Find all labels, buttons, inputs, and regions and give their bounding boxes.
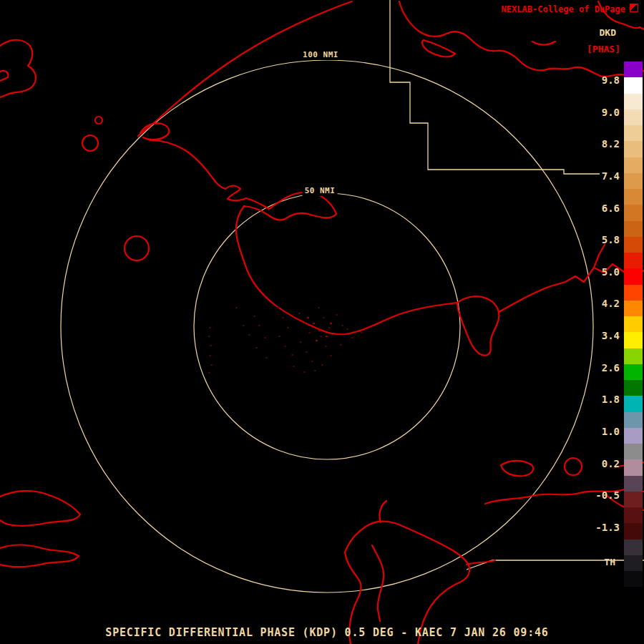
colorbar-segment <box>624 571 643 587</box>
nexlab-logo-icon <box>630 4 638 12</box>
colorbar-tick-label: 8.2 <box>602 140 620 149</box>
colorbar-segment <box>624 507 643 523</box>
range-rings <box>61 60 593 592</box>
colorbar-segment <box>624 94 643 109</box>
brand-title: NEXLAB-College of DuPage <box>502 4 625 14</box>
colorbar-tick-label: -1.3 <box>595 523 620 532</box>
colorbar-segment <box>624 221 643 237</box>
lake-outline <box>82 135 98 151</box>
colorbar-tick-label: 7.4 <box>602 172 620 181</box>
colorbar-segment <box>624 459 643 475</box>
colorbar-segment <box>624 555 643 571</box>
colorbar-tick-label: 0.2 <box>602 459 620 469</box>
colorbar-segment <box>624 316 643 332</box>
colorbar-segment <box>624 62 643 77</box>
colorbar-segment <box>624 141 643 157</box>
radar-display: 100 NMI 50 NMI NEXLAB-College of DuPage … <box>0 0 644 644</box>
lake-outline <box>565 458 582 475</box>
colorbar-tick-label: 5.8 <box>602 235 620 245</box>
lake-outline <box>125 236 149 260</box>
colorbar-segment <box>624 492 643 507</box>
colorbar-segment <box>624 301 643 316</box>
colorbar-segment <box>624 157 643 173</box>
colorbar-segment <box>624 412 643 428</box>
product-caption: SPECIFIC DIFFERENTIAL PHASE (KDP) 0.5 DE… <box>105 626 548 639</box>
range-ring-label-50nmi: 50 NMI <box>303 185 338 196</box>
range-ring-100nmi <box>61 60 593 592</box>
colorbar-segment <box>624 396 643 411</box>
colorbar-tick-label: 4.2 <box>602 299 620 308</box>
colorbar-bottom-label: TH <box>604 557 615 567</box>
range-ring-label-100nmi: 100 NMI <box>301 49 341 60</box>
colorbar-segment <box>624 540 643 555</box>
colorbar-tick-label: -0.5 <box>595 491 620 500</box>
colorbar-segment <box>624 332 643 348</box>
colorbar-segment <box>624 205 643 220</box>
colorbar-segment <box>624 285 643 301</box>
colorbar-tick-label: 5.0 <box>602 268 620 277</box>
colorbar-segment <box>624 109 643 125</box>
radar-map-canvas <box>0 0 644 644</box>
colorbar-segment <box>624 237 643 253</box>
colorbar-tick-label: 6.6 <box>602 204 620 213</box>
product-units: [PHAS] <box>587 44 620 54</box>
colorbar-segment <box>624 348 643 364</box>
colorbar-segment <box>624 428 643 444</box>
colorbar-segment <box>624 380 643 396</box>
colorbar-tick-label: 9.8 <box>602 76 620 85</box>
colorbar-segment <box>624 523 643 539</box>
colorbar-segment <box>624 125 643 141</box>
colorbar-tick-label: 1.8 <box>602 395 620 404</box>
colorbar-segment <box>624 268 643 284</box>
colorbar-tick-label: 3.4 <box>602 331 620 341</box>
coastline-outlines <box>0 1 644 644</box>
colorbar-segment <box>624 77 643 93</box>
colorbar-segment <box>624 364 643 380</box>
colorbar-tick-label: 2.6 <box>602 364 620 373</box>
radar-echoes <box>209 308 362 373</box>
colorbar-tick-labels: 9.89.08.27.46.65.85.04.23.42.61.81.00.2-… <box>595 76 620 532</box>
colorbar-segment <box>624 253 643 268</box>
colorbar-tick-label: 9.0 <box>602 108 620 117</box>
colorbar-segment <box>624 476 643 492</box>
product-code: DKD <box>600 27 616 38</box>
colorbar <box>624 62 643 587</box>
colorbar-segment <box>624 189 643 205</box>
colorbar-segment <box>624 173 643 189</box>
colorbar-tick-label: 1.0 <box>602 427 620 436</box>
range-ring-50nmi <box>194 193 460 459</box>
lake-outline <box>95 117 102 124</box>
colorbar-segment <box>624 444 643 459</box>
